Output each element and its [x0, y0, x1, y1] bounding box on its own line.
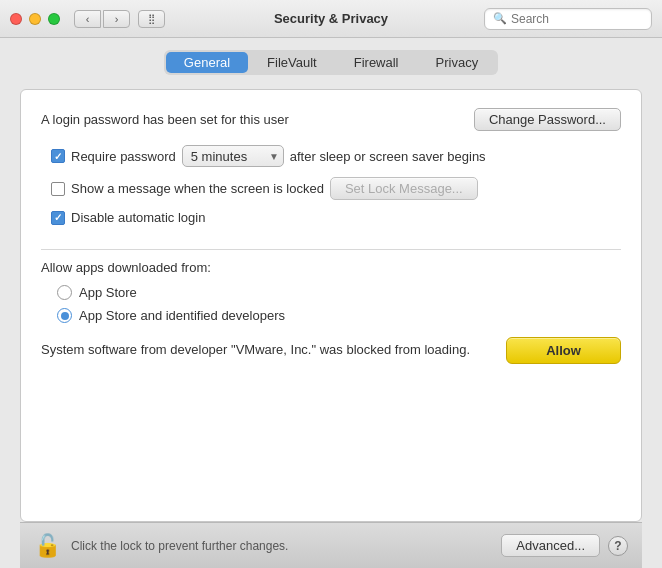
set-lock-message-button[interactable]: Set Lock Message...	[330, 177, 478, 200]
search-input[interactable]	[511, 12, 643, 26]
back-button[interactable]: ‹	[74, 10, 101, 28]
require-password-suffix: after sleep or screen saver begins	[290, 149, 486, 164]
tab-group: General FileVault Firewall Privacy	[164, 50, 498, 75]
options-section: Require password immediately 5 seconds 1…	[41, 145, 621, 225]
disable-autologin-checkbox[interactable]	[51, 211, 65, 225]
require-password-dropdown-wrapper: immediately 5 seconds 1 minute 5 minutes…	[182, 145, 284, 167]
downloads-section: Allow apps downloaded from: App Store Ap…	[41, 260, 621, 364]
require-password-checkbox[interactable]	[51, 149, 65, 163]
nav-buttons: ‹ ›	[74, 10, 130, 28]
allow-button[interactable]: Allow	[506, 337, 621, 364]
disable-autologin-row: Disable automatic login	[51, 210, 621, 225]
show-message-checkbox[interactable]	[51, 182, 65, 196]
require-password-label: Require password	[71, 149, 176, 164]
main-content: General FileVault Firewall Privacy A log…	[0, 38, 662, 568]
advanced-button[interactable]: Advanced...	[501, 534, 600, 557]
grid-button[interactable]: ⣿	[138, 10, 165, 28]
search-icon: 🔍	[493, 12, 507, 25]
search-box[interactable]: 🔍	[484, 8, 652, 30]
radio-app-store-identified-row: App Store and identified developers	[57, 308, 621, 323]
show-message-row: Show a message when the screen is locked…	[51, 177, 621, 200]
help-button[interactable]: ?	[608, 536, 628, 556]
login-label: A login password has been set for this u…	[41, 112, 474, 127]
radio-app-store-identified-label: App Store and identified developers	[79, 308, 285, 323]
minimize-button[interactable]	[29, 13, 41, 25]
tabs: General FileVault Firewall Privacy	[20, 50, 642, 75]
content-area: A login password has been set for this u…	[20, 89, 642, 522]
change-password-button[interactable]: Change Password...	[474, 108, 621, 131]
radio-app-store-identified[interactable]	[57, 308, 72, 323]
radio-app-store-row: App Store	[57, 285, 621, 300]
blocked-text: System software from developer "VMware, …	[41, 341, 492, 359]
login-section: A login password has been set for this u…	[41, 108, 621, 131]
divider	[41, 249, 621, 250]
window-title: Security & Privacy	[274, 11, 388, 26]
tab-general[interactable]: General	[166, 52, 248, 73]
blocked-section: System software from developer "VMware, …	[41, 337, 621, 364]
show-message-label: Show a message when the screen is locked	[71, 181, 324, 196]
traffic-lights	[10, 13, 60, 25]
tab-firewall[interactable]: Firewall	[336, 52, 417, 73]
lock-text: Click the lock to prevent further change…	[71, 539, 501, 553]
forward-button[interactable]: ›	[103, 10, 130, 28]
disable-autologin-label: Disable automatic login	[71, 210, 205, 225]
downloads-title: Allow apps downloaded from:	[41, 260, 621, 275]
require-password-row: Require password immediately 5 seconds 1…	[51, 145, 621, 167]
title-bar: ‹ › ⣿ Security & Privacy 🔍	[0, 0, 662, 38]
radio-app-store[interactable]	[57, 285, 72, 300]
close-button[interactable]	[10, 13, 22, 25]
lock-icon[interactable]: 🔓	[34, 533, 61, 559]
tab-privacy[interactable]: Privacy	[418, 52, 497, 73]
radio-app-store-label: App Store	[79, 285, 137, 300]
maximize-button[interactable]	[48, 13, 60, 25]
password-timeout-dropdown[interactable]: immediately 5 seconds 1 minute 5 minutes…	[182, 145, 284, 167]
tab-filevault[interactable]: FileVault	[249, 52, 335, 73]
radio-options: App Store App Store and identified devel…	[41, 285, 621, 323]
bottom-bar: 🔓 Click the lock to prevent further chan…	[20, 522, 642, 568]
